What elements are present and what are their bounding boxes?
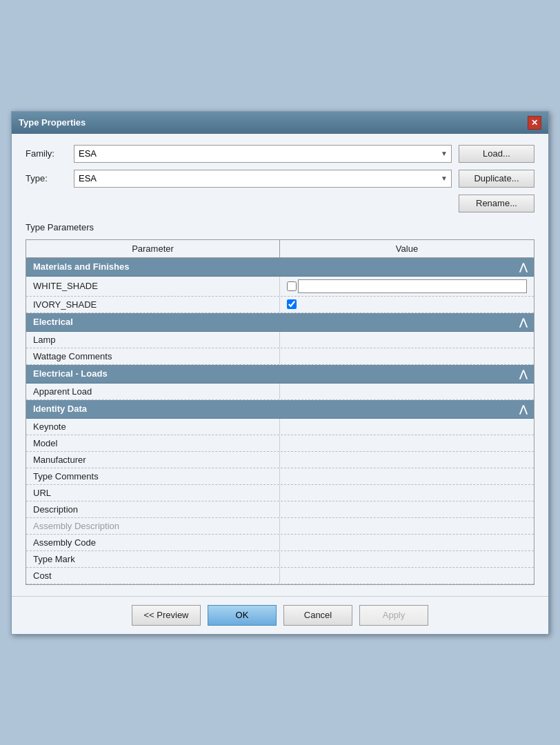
dialog-title: Type Properties <box>19 117 86 128</box>
collapse-icon[interactable]: ⋀ <box>519 317 527 328</box>
checkbox-checked[interactable] <box>287 299 297 309</box>
family-select-wrapper: ESA ▼ <box>74 145 452 163</box>
table-row: Keynote <box>26 419 534 435</box>
group-name: Materials and Finishes <box>33 261 129 272</box>
collapse-icon[interactable]: ⋀ <box>519 261 527 272</box>
rename-button[interactable]: Rename... <box>459 195 534 212</box>
type-parameters-label: Type Parameters <box>26 222 534 232</box>
value-cell <box>280 452 534 468</box>
duplicate-button[interactable]: Duplicate... <box>459 170 534 188</box>
value-cell <box>280 419 534 435</box>
dialog-body: Family: ESA ▼ Load... Type: ESA ▼ Duplic… <box>12 134 548 596</box>
type-properties-dialog: Type Properties ✕ Family: ESA ▼ Load... … <box>11 111 549 635</box>
table-row: Lamp <box>26 332 534 348</box>
param-cell: Lamp <box>26 332 280 348</box>
table-row: Cost <box>26 568 534 584</box>
value-cell <box>280 468 534 484</box>
group-name: Electrical - Loads <box>33 368 108 379</box>
table-row: Manufacturer <box>26 452 534 468</box>
rename-row: Rename... <box>26 195 534 212</box>
parameters-table: Parameter Value Materials and Finishes⋀W… <box>26 239 534 585</box>
param-cell: Apparent Load <box>26 384 280 399</box>
collapse-icon[interactable]: ⋀ <box>519 368 527 379</box>
table-row: Assembly Description <box>26 518 534 535</box>
value-input-area[interactable] <box>298 279 527 293</box>
value-cell <box>280 435 534 451</box>
value-cell[interactable] <box>280 297 534 312</box>
table-row: Model <box>26 435 534 452</box>
title-bar: Type Properties ✕ <box>12 112 548 134</box>
header-parameter: Parameter <box>26 240 280 257</box>
header-value: Value <box>280 240 534 257</box>
group-header-3[interactable]: Identity Data⋀ <box>26 400 534 419</box>
param-cell: Type Mark <box>26 551 280 567</box>
checkbox-empty[interactable] <box>287 281 297 291</box>
apply-button[interactable]: Apply <box>359 605 428 626</box>
value-cell <box>280 485 534 501</box>
dialog-footer: << Preview OK Cancel Apply <box>12 596 548 634</box>
param-cell: Cost <box>26 568 280 584</box>
type-label: Type: <box>26 173 67 183</box>
param-cell: Type Comments <box>26 468 280 484</box>
value-cell <box>280 551 534 567</box>
value-cell <box>280 501 534 517</box>
table-row: Wattage Comments <box>26 348 534 365</box>
group-name: Identity Data <box>33 404 87 414</box>
param-cell: Assembly Code <box>26 535 280 550</box>
close-button[interactable]: ✕ <box>528 116 541 130</box>
cancel-button[interactable]: Cancel <box>283 605 352 626</box>
value-cell <box>280 348 534 364</box>
value-cell <box>280 568 534 584</box>
param-cell: Model <box>26 435 280 451</box>
type-select[interactable]: ESA <box>74 170 452 188</box>
value-cell[interactable] <box>280 277 534 296</box>
table-row: Apparent Load <box>26 384 534 400</box>
type-row: Type: ESA ▼ Duplicate... <box>26 170 534 188</box>
group-name: Electrical <box>33 317 73 327</box>
table-header: Parameter Value <box>26 240 534 258</box>
table-row: Description <box>26 501 534 518</box>
load-button[interactable]: Load... <box>459 145 534 163</box>
param-cell: URL <box>26 485 280 501</box>
param-cell: Wattage Comments <box>26 348 280 364</box>
param-cell: Assembly Description <box>26 518 280 534</box>
table-scroll[interactable]: Materials and Finishes⋀WHITE_SHADEIVORY_… <box>26 258 534 584</box>
value-cell <box>280 518 534 534</box>
ok-button[interactable]: OK <box>208 605 277 626</box>
family-select[interactable]: ESA <box>74 145 452 163</box>
param-cell: Description <box>26 501 280 517</box>
family-row: Family: ESA ▼ Load... <box>26 145 534 163</box>
preview-button[interactable]: << Preview <box>132 605 201 626</box>
value-cell <box>280 384 534 399</box>
value-cell <box>280 332 534 348</box>
table-row: WHITE_SHADE <box>26 277 534 297</box>
param-cell: WHITE_SHADE <box>26 277 280 296</box>
table-row: Assembly Code <box>26 535 534 551</box>
table-row: Type Mark <box>26 551 534 568</box>
table-row: Type Comments <box>26 468 534 485</box>
value-cell <box>280 535 534 550</box>
table-row: URL <box>26 485 534 501</box>
type-select-wrapper: ESA ▼ <box>74 170 452 188</box>
table-row: IVORY_SHADE <box>26 297 534 313</box>
param-cell: Keynote <box>26 419 280 435</box>
collapse-icon[interactable]: ⋀ <box>519 404 527 415</box>
group-header-0[interactable]: Materials and Finishes⋀ <box>26 258 534 277</box>
family-label: Family: <box>26 148 67 159</box>
group-header-1[interactable]: Electrical⋀ <box>26 313 534 332</box>
param-cell: IVORY_SHADE <box>26 297 280 312</box>
group-header-2[interactable]: Electrical - Loads⋀ <box>26 365 534 384</box>
param-cell: Manufacturer <box>26 452 280 468</box>
